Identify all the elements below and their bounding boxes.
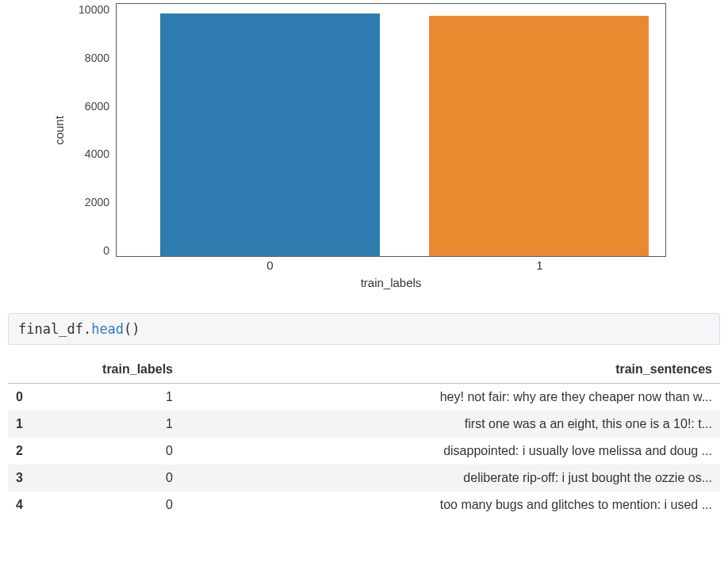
row-index: 2 [8, 438, 38, 465]
cell-label: 0 [38, 465, 181, 491]
code-method: head [91, 321, 124, 337]
code-cell[interactable]: final_df.head() [8, 313, 720, 345]
cell-sentence: first one was a an eight, this one is a … [181, 411, 720, 438]
chart-plot-area [116, 3, 666, 257]
table-row: 0 1 hey! not fair: why are they cheaper … [8, 384, 720, 411]
chart-xlabel: train_labels [116, 274, 666, 289]
table-row: 2 0 disappointed: i usually love melissa… [8, 438, 720, 465]
cell-sentence: disappointed: i usually love melissa and… [181, 438, 720, 465]
table-row: 1 1 first one was a an eight, this one i… [8, 411, 720, 438]
table-col-header: train_sentences [181, 356, 720, 384]
bar-chart: count 10000 8000 6000 4000 2000 0 0 1 tr… [48, 3, 666, 289]
cell-sentence: too many bugs and glitches to mention: i… [181, 491, 720, 518]
ytick: 4000 [85, 147, 109, 160]
table-index-header [8, 356, 38, 384]
chart-yticks: 10000 8000 6000 4000 2000 0 [70, 3, 116, 257]
xtick: 1 [536, 258, 542, 272]
chart-xticks: 0 1 [116, 257, 666, 274]
table-col-header: train_labels [38, 356, 181, 384]
row-index: 3 [8, 465, 38, 491]
cell-label: 0 [38, 438, 181, 465]
row-index: 1 [8, 411, 38, 438]
ytick: 6000 [85, 100, 109, 113]
dataframe-table: train_labels train_sentences 0 1 hey! no… [8, 356, 720, 518]
cell-label: 1 [38, 384, 181, 411]
xtick: 0 [266, 258, 273, 272]
ytick: 0 [103, 244, 109, 257]
chart-ylabel: count [52, 116, 66, 145]
cell-label: 0 [38, 491, 181, 518]
cell-sentence: hey! not fair: why are they cheaper now … [181, 384, 720, 411]
ytick: 10000 [79, 3, 109, 16]
table-row: 3 0 deliberate rip-off: i just bought th… [8, 465, 720, 491]
bar-category-1 [429, 16, 649, 256]
code-identifier: final_df [18, 321, 83, 337]
bar-category-0 [160, 13, 380, 256]
dataframe-output: train_labels train_sentences 0 1 hey! no… [8, 356, 720, 518]
ytick: 2000 [85, 196, 109, 208]
ytick: 8000 [85, 52, 109, 64]
cell-label: 1 [38, 411, 181, 438]
table-row: 4 0 too many bugs and glitches to mentio… [8, 491, 720, 518]
row-index: 4 [8, 491, 38, 518]
cell-sentence: deliberate rip-off: i just bought the oz… [181, 465, 720, 491]
row-index: 0 [8, 384, 38, 411]
